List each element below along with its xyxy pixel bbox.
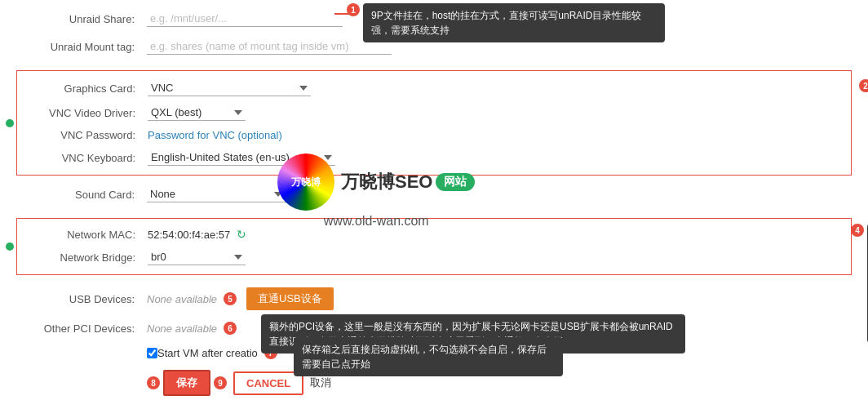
network-mac-value: 52:54:00:f4:ae:57	[148, 229, 230, 241]
unraid-mount-input[interactable]	[147, 38, 392, 55]
usb-devices-label: USB Devices:	[16, 293, 147, 305]
tooltip-num-8: 8	[147, 376, 160, 389]
dot-network	[6, 242, 14, 251]
unraid-share-label: Unraid Share:	[16, 13, 147, 25]
watermark-brand: 万晓博SEO	[341, 170, 432, 194]
tooltip-num-2: 2	[859, 79, 868, 92]
tooltip-num-6: 6	[224, 322, 237, 335]
tooltip-num-5: 5	[224, 292, 237, 305]
usb-devices-button[interactable]: 直通USB设备	[246, 287, 334, 310]
save-button[interactable]: 保存	[163, 370, 210, 396]
tooltip-num-9: 9	[214, 376, 227, 389]
watermark: 万晓博 万晓博SEO 网站 www.old-wan.com	[277, 153, 475, 229]
network-bridge-label: Network Bridge:	[17, 251, 148, 264]
vnc-keyboard-label: VNC Keyboard:	[17, 152, 148, 164]
tooltip-num-4: 4	[851, 224, 864, 237]
usb-devices-value: None available	[147, 293, 217, 305]
sound-card-select[interactable]: None	[147, 186, 286, 202]
vnc-video-driver-label: VNC Video Driver:	[17, 107, 148, 119]
vnc-password-link[interactable]: Password for VNC (optional)	[148, 129, 282, 141]
start-vm-checkbox[interactable]	[147, 348, 157, 358]
other-pci-value: None available	[147, 322, 217, 335]
watermark-badge: 网站	[436, 173, 475, 191]
watermark-url: www.old-wan.com	[324, 214, 429, 229]
vnc-video-driver-select[interactable]: QXL (best)	[148, 104, 246, 121]
tooltip-1: 9P文件挂在，host的挂在方式，直接可读写unRAID目录性能较强，需要系统支…	[363, 3, 665, 42]
tooltip-7: 保存箱之后直接启动虚拟机，不勾选就不会自启，保存后需要自己点开始	[294, 337, 563, 376]
cancel-button[interactable]: CANCEL	[233, 371, 303, 395]
start-vm-label: Start VM after creatio	[157, 347, 258, 359]
graphics-card-select[interactable]: VNC	[148, 80, 311, 96]
dot-graphics	[6, 119, 14, 127]
vnc-password-label: VNC Password:	[17, 129, 148, 141]
network-mac-label: Network MAC:	[17, 229, 148, 241]
watermark-logo: 万晓博	[277, 153, 334, 211]
other-pci-label: Other PCI Devices:	[16, 322, 147, 335]
tooltip-num-1: 1	[347, 3, 360, 16]
network-bridge-select[interactable]: br0	[148, 249, 246, 265]
refresh-icon[interactable]: ↻	[237, 228, 246, 241]
unraid-share-input[interactable]	[147, 11, 343, 27]
unraid-mount-label: Unraid Mount tag:	[16, 41, 147, 53]
graphics-card-label: Graphics Card:	[17, 82, 148, 95]
sound-card-label: Sound Card:	[16, 189, 147, 201]
